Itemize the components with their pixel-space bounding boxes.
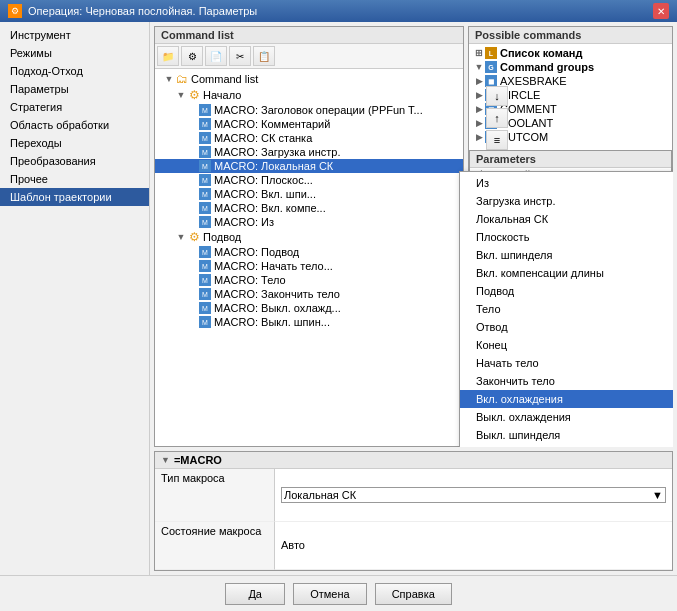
ctx-item-6[interactable]: Подвод (460, 282, 673, 300)
toolbar-btn-5[interactable]: 📋 (253, 46, 275, 66)
tree-item-7[interactable]: M MACRO: Вкл. компе... (155, 201, 463, 215)
sidebar-item-prochee[interactable]: Прочее (0, 170, 149, 188)
tree-root[interactable]: ▼ 🗂 Command list (155, 71, 463, 87)
main-container: Инструмент Режимы Подход-Отход Параметры… (0, 22, 677, 575)
ctx-item-11[interactable]: Закончить тело (460, 372, 673, 390)
right-toolbar-btn-up[interactable]: ↑ (486, 108, 508, 128)
help-button[interactable]: Справка (375, 583, 452, 605)
app-icon: ⚙ (8, 4, 22, 18)
tree-nachalo[interactable]: ▼ ⚙ Начало (155, 87, 463, 103)
toolbar-btn-1[interactable]: 📁 (157, 46, 179, 66)
ok-button[interactable]: Да (225, 583, 285, 605)
macro-icon-2: M (199, 132, 211, 144)
root-expand-icon: ▼ (163, 73, 175, 85)
tree-item-p0[interactable]: M MACRO: Подвод (155, 245, 463, 259)
p-item2-expand: ▶ (473, 103, 485, 115)
right-toolbar-btn-down[interactable]: ↓ (486, 86, 508, 106)
tree-item-p4[interactable]: M MACRO: Выкл. охлажд... (155, 301, 463, 315)
item1-label: MACRO: Комментарий (214, 118, 330, 130)
tree-item-p1[interactable]: M MACRO: Начать тело... (155, 259, 463, 273)
root-folder-icon: 🗂 (175, 72, 189, 86)
tree-item-4[interactable]: M MACRO: Локальная СК (155, 159, 463, 173)
tree-item-6[interactable]: M MACRO: Вкл. шпи... (155, 187, 463, 201)
ctx-item-15[interactable]: Выкл. компенсации длины (460, 444, 673, 447)
item2-expand (187, 132, 199, 144)
prop1-dropdown[interactable]: Локальная СК ▼ (281, 487, 666, 503)
p1-expand (187, 260, 199, 272)
tree-item-p3[interactable]: M MACRO: Закончить тело (155, 287, 463, 301)
item5-expand (187, 174, 199, 186)
ctx-item-9[interactable]: Конец (460, 336, 673, 354)
toolbar-btn-3[interactable]: 📄 (205, 46, 227, 66)
macro-header-label: =MACRO (174, 454, 222, 466)
macro-icon-5: M (199, 174, 211, 186)
tree-item-3[interactable]: M MACRO: Загрузка инстр. (155, 145, 463, 159)
macro-icon-1: M (199, 118, 211, 130)
ctx-item-3[interactable]: Плоскость (460, 228, 673, 246)
macro-icon-6: M (199, 188, 211, 200)
item6-label: MACRO: Вкл. шпи... (214, 188, 316, 200)
nachalo-expand-icon: ▼ (175, 89, 187, 101)
right-toolbar-btn-format[interactable]: ≡ (486, 130, 508, 150)
collapse-icon[interactable]: ▼ (161, 455, 170, 465)
item2-label: MACRO: СК станка (214, 132, 312, 144)
sidebar-item-preobrazovaniya[interactable]: Преобразования (0, 152, 149, 170)
tree-item-1[interactable]: M MACRO: Комментарий (155, 117, 463, 131)
sidebar-item-podkhod[interactable]: Подход-Отход (0, 62, 149, 80)
tree-item-0[interactable]: M MACRO: Заголовок операции (PPFun T... (155, 103, 463, 117)
ctx-item-14[interactable]: Выкл. шпинделя (460, 426, 673, 444)
tree-item-p2[interactable]: M MACRO: Тело (155, 273, 463, 287)
tree-item-p5[interactable]: M MACRO: Выкл. шпин... (155, 315, 463, 329)
p2-expand (187, 274, 199, 286)
sidebar-item-shablon[interactable]: Шаблон траектории (0, 188, 149, 206)
close-button[interactable]: ✕ (653, 3, 669, 19)
p4-label: MACRO: Выкл. охлажд... (214, 302, 341, 314)
title-bar: ⚙ Операция: Черновая послойная. Параметр… (0, 0, 677, 22)
toolbar-btn-2[interactable]: ⚙ (181, 46, 203, 66)
item8-expand (187, 216, 199, 228)
item6-expand (187, 188, 199, 200)
macro-icon-p5: M (199, 316, 211, 328)
ctx-item-12[interactable]: Вкл. охлаждения (460, 390, 673, 408)
tree-podvod[interactable]: ▼ ⚙ Подвод (155, 229, 463, 245)
sidebar-item-parametry[interactable]: Параметры (0, 80, 149, 98)
sidebar-item-perekhody[interactable]: Переходы (0, 134, 149, 152)
ctx-item-2[interactable]: Локальная СК (460, 210, 673, 228)
ctx-item-5[interactable]: Вкл. компенсации длины (460, 264, 673, 282)
tree-item-5[interactable]: M MACRO: Плоскос... (155, 173, 463, 187)
tree-item-8[interactable]: M MACRO: Из (155, 215, 463, 229)
ctx-item-1[interactable]: Загрузка инстр. (460, 192, 673, 210)
command-list-toolbar: 📁 ⚙ 📄 ✂ 📋 (155, 44, 463, 69)
ctx-item-8[interactable]: Отвод (460, 318, 673, 336)
p-item0-expand: ▶ (473, 75, 485, 87)
macro-icon-p4: M (199, 302, 211, 314)
item5-label: MACRO: Плоскос... (214, 174, 313, 186)
ctx-item-13[interactable]: Выкл. охлаждения (460, 408, 673, 426)
ctx-item-7[interactable]: Тело (460, 300, 673, 318)
sidebar-item-oblast[interactable]: Область обработки (0, 116, 149, 134)
possible-groups-header[interactable]: ▼ G Command groups (469, 60, 672, 74)
ctx-item-0[interactable]: Из (460, 174, 673, 192)
prop1-label: Тип макроса (155, 469, 275, 522)
p-item0-label: AXESBRAKE (500, 75, 567, 87)
toolbar-btn-4[interactable]: ✂ (229, 46, 251, 66)
macro-icon-p0: M (199, 246, 211, 258)
nachalo-label: Начало (203, 89, 241, 101)
p-item4-expand: ▶ (473, 131, 485, 143)
sidebar-item-rezhimy[interactable]: Режимы (0, 44, 149, 62)
macro-icon-p2: M (199, 274, 211, 286)
ctx-item-4[interactable]: Вкл. шпинделя (460, 246, 673, 264)
title-bar-left: ⚙ Операция: Черновая послойная. Параметр… (8, 4, 257, 18)
ctx-item-10[interactable]: Начать тело (460, 354, 673, 372)
cancel-button[interactable]: Отмена (293, 583, 366, 605)
sidebar-item-strategiya[interactable]: Стратегия (0, 98, 149, 116)
item3-label: MACRO: Загрузка инстр. (214, 146, 341, 158)
list-icon: L (485, 47, 497, 59)
possible-list-header[interactable]: ⊞ L Список команд (469, 46, 672, 60)
groups-icon: G (485, 61, 497, 73)
tree-item-2[interactable]: M MACRO: СК станка (155, 131, 463, 145)
p-item1-expand: ▶ (473, 89, 485, 101)
prop1-value: Локальная СК ▼ (275, 469, 672, 522)
sidebar: Инструмент Режимы Подход-Отход Параметры… (0, 22, 150, 575)
sidebar-item-instrument[interactable]: Инструмент (0, 26, 149, 44)
